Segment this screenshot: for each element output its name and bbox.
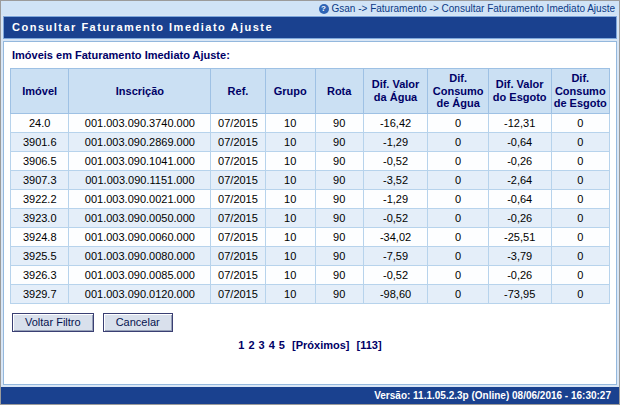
table-cell: 10	[265, 151, 315, 170]
table-row: 3924.8001.003.090.0060.00007/20151090-34…	[11, 227, 610, 246]
table-cell: 0	[428, 246, 489, 265]
table-cell: -25,51	[488, 227, 551, 246]
table-cell: 001.003.090.1151.000	[69, 170, 211, 189]
table-cell: -12,31	[488, 113, 551, 132]
table-cell: 07/2015	[211, 246, 265, 265]
table-cell: 07/2015	[211, 170, 265, 189]
page-link-2[interactable]: 2	[248, 339, 254, 351]
table-cell: 90	[315, 265, 363, 284]
page-link-1[interactable]: 1	[238, 339, 244, 351]
table-cell: 0	[428, 265, 489, 284]
table-cell: -0,64	[488, 189, 551, 208]
table-cell: -2,64	[488, 170, 551, 189]
table-cell: -3,79	[488, 246, 551, 265]
table-cell: -3,52	[363, 170, 428, 189]
cancelar-button[interactable]: Cancelar	[103, 313, 173, 332]
table-cell: 10	[265, 189, 315, 208]
table-cell: 90	[315, 132, 363, 151]
last-page-link[interactable]: [113]	[357, 339, 382, 351]
table-cell: 07/2015	[211, 227, 265, 246]
table-row: 3929.7001.003.090.0120.00007/20151090-98…	[11, 284, 610, 303]
col-header-dif-consumo-esgoto: Dif. Consumo de Esgoto	[551, 69, 610, 114]
page-link-3[interactable]: 3	[259, 339, 265, 351]
table-cell: 001.003.090.0060.000	[69, 227, 211, 246]
table-row: 3925.5001.003.090.0080.00007/20151090-7,…	[11, 246, 610, 265]
table-cell: 90	[315, 151, 363, 170]
table-cell: 90	[315, 170, 363, 189]
col-header-dif-valor-agua: Dif. Valor da Água	[363, 69, 428, 114]
table-header-row: Imóvel Inscrição Ref. Grupo Rota Dif. Va…	[11, 69, 610, 114]
table-cell: 0	[551, 284, 610, 303]
page-link-4[interactable]: 4	[269, 339, 275, 351]
table-row: 3923.0001.003.090.0050.00007/20151090-0,…	[11, 208, 610, 227]
page-title-bar: Consultar Faturamento Imediato Ajuste	[3, 16, 617, 39]
table-cell: -1,29	[363, 132, 428, 151]
help-icon[interactable]: ?	[319, 4, 329, 14]
table-cell: 90	[315, 113, 363, 132]
table-row: 3922.2001.003.090.0021.00007/20151090-1,…	[11, 189, 610, 208]
table-row: 3907.3001.003.090.1151.00007/20151090-3,…	[11, 170, 610, 189]
table-cell: 3925.5	[11, 246, 69, 265]
table-cell: 3922.2	[11, 189, 69, 208]
table-row: 3906.5001.003.090.1041.00007/20151090-0,…	[11, 151, 610, 170]
table-cell: 90	[315, 227, 363, 246]
table-cell: 0	[551, 189, 610, 208]
table-cell: -73,95	[488, 284, 551, 303]
table-cell: -0,26	[488, 208, 551, 227]
table-cell: 07/2015	[211, 132, 265, 151]
table-cell: 001.003.090.0085.000	[69, 265, 211, 284]
table-cell: 001.003.090.0050.000	[69, 208, 211, 227]
proximos-link[interactable]: [Próximos]	[292, 339, 349, 351]
table-cell: 001.003.090.0120.000	[69, 284, 211, 303]
table-cell: 001.003.090.0021.000	[69, 189, 211, 208]
table-cell: -0,64	[488, 132, 551, 151]
breadcrumb: Gsan -> Faturamento -> Consultar Faturam…	[332, 3, 615, 14]
col-header-imovel: Imóvel	[11, 69, 69, 114]
table-cell: 001.003.090.0080.000	[69, 246, 211, 265]
table-body: 24.0001.003.090.3740.00007/20151090-16,4…	[11, 113, 610, 303]
table-cell: 24.0	[11, 113, 69, 132]
col-header-ref: Ref.	[211, 69, 265, 114]
table-cell: -0,52	[363, 208, 428, 227]
table-cell: 3926.3	[11, 265, 69, 284]
table-cell: 3907.3	[11, 170, 69, 189]
table-cell: 0	[428, 132, 489, 151]
col-header-rota: Rota	[315, 69, 363, 114]
table-cell: -34,02	[363, 227, 428, 246]
col-header-grupo: Grupo	[265, 69, 315, 114]
table-row: 24.0001.003.090.3740.00007/20151090-16,4…	[11, 113, 610, 132]
voltar-filtro-button[interactable]: Voltar Filtro	[12, 313, 94, 332]
table-cell: 0	[428, 227, 489, 246]
page-link-5[interactable]: 5	[279, 339, 285, 351]
footer-bar: Versão: 11.1.05.2.3p (Online) 08/06/2016…	[1, 387, 619, 404]
col-header-inscricao: Inscrição	[69, 69, 211, 114]
table-cell: 07/2015	[211, 189, 265, 208]
table-cell: -0,26	[488, 265, 551, 284]
table-cell: 3924.8	[11, 227, 69, 246]
table-cell: 90	[315, 189, 363, 208]
table-row: 3926.3001.003.090.0085.00007/20151090-0,…	[11, 265, 610, 284]
table-cell: 90	[315, 208, 363, 227]
table-cell: 0	[551, 170, 610, 189]
table-cell: 07/2015	[211, 151, 265, 170]
table-cell: 3906.5	[11, 151, 69, 170]
table-cell: 0	[428, 189, 489, 208]
table-cell: -1,29	[363, 189, 428, 208]
table-cell: 0	[428, 170, 489, 189]
actions-row: Voltar Filtro Cancelar	[10, 313, 610, 332]
table-cell: 10	[265, 113, 315, 132]
table-cell: 0	[551, 265, 610, 284]
table-cell: -98,60	[363, 284, 428, 303]
table-cell: 07/2015	[211, 208, 265, 227]
table-cell: 10	[265, 284, 315, 303]
table-cell: 10	[265, 208, 315, 227]
table-cell: 0	[551, 151, 610, 170]
table-cell: 0	[428, 151, 489, 170]
gsan-window: ? Gsan -> Faturamento -> Consultar Fatur…	[0, 0, 620, 405]
table-cell: 0	[551, 132, 610, 151]
table-cell: -0,52	[363, 265, 428, 284]
table-cell: 0	[551, 246, 610, 265]
table-cell: 0	[428, 113, 489, 132]
table-cell: 3901.6	[11, 132, 69, 151]
table-cell: 0	[428, 284, 489, 303]
